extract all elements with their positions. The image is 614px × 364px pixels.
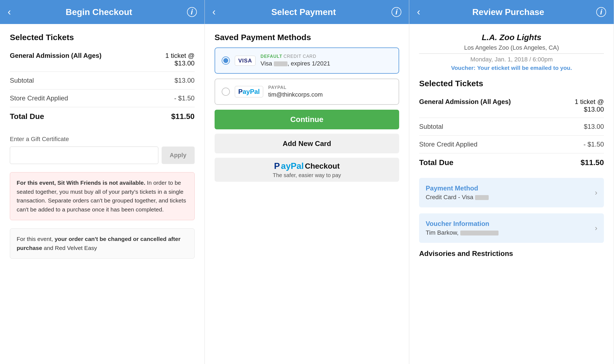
- store-credit-row-3: Store Credit Applied - $1.50: [419, 136, 604, 153]
- ticket-row-1: General Admission (All Ages) 1 ticket @$…: [10, 47, 195, 72]
- total-row-1: Total Due $11.50: [10, 107, 195, 126]
- store-credit-value-3: - $1.50: [583, 141, 604, 148]
- paypal-email: tim@thinkcorps.com: [268, 91, 392, 98]
- ticket-row-3: General Admission (All Ages) 1 ticket @$…: [419, 94, 604, 118]
- gift-input[interactable]: [10, 147, 158, 164]
- paypal-label: PAYPAL: [268, 85, 392, 90]
- warning-text-2a: For this event,: [17, 236, 55, 242]
- payment-method-content: Payment Method Credit Card - Visa: [426, 184, 489, 201]
- panel-select-payment: ‹ Select Payment i Saved Payment Methods…: [205, 0, 410, 364]
- voucher-info-block[interactable]: Voucher Information Tim Barkow, ›: [419, 213, 604, 243]
- gift-row: Apply: [10, 147, 195, 164]
- visa-detail: Visa , expires 1/2021: [260, 60, 392, 67]
- warning-box-swf: For this event, Sit With Friends is not …: [10, 172, 195, 220]
- voucher-text: Your eticket will be emailed to you.: [477, 65, 572, 71]
- panel-review-purchase: ‹ Review Purchase i L.A. Zoo Lights Los …: [409, 0, 614, 364]
- total-value-3: $11.50: [580, 158, 604, 167]
- event-venue: Los Angeles Zoo (Los Angeles, CA): [419, 44, 604, 51]
- payment-method-value: Credit Card - Visa: [426, 194, 489, 201]
- visa-logo: VISA: [235, 56, 256, 66]
- continue-button[interactable]: Continue: [215, 110, 399, 129]
- payment-method-chevron-icon: ›: [595, 188, 597, 197]
- subtotal-value-1: $13.00: [174, 77, 194, 84]
- info-button-2[interactable]: i: [391, 7, 401, 17]
- ticket-price-3: 1 ticket @$13.00: [575, 98, 604, 113]
- section-title-3: Selected Tickets: [419, 79, 604, 88]
- warning-bold-1: For this event, Sit With Friends is not …: [17, 180, 145, 186]
- panel1-body: Selected Tickets General Admission (All …: [0, 24, 204, 364]
- header-title-2: Select Payment: [216, 7, 392, 17]
- store-credit-row-1: Store Credit Applied - $1.50: [10, 89, 195, 107]
- back-button-3[interactable]: ‹: [417, 7, 420, 17]
- voucher-info-content: Voucher Information Tim Barkow,: [426, 220, 498, 236]
- paypal-btn-logo: P ayPal Checkout: [274, 161, 340, 171]
- header-select-payment: ‹ Select Payment i: [205, 0, 409, 24]
- warning-text-2b: and Red Velvet Easy: [42, 245, 97, 251]
- total-row-3: Total Due $11.50: [419, 153, 604, 172]
- event-title: L.A. Zoo Lights: [419, 33, 604, 42]
- store-credit-label-1: Store Credit Applied: [10, 94, 68, 102]
- gift-section: Enter a Gift Certificate Apply: [10, 136, 195, 164]
- paypal-tagline: The safer, easier way to pay: [273, 172, 341, 178]
- panel2-body: Saved Payment Methods VISA DEFAULT CREDI…: [205, 24, 409, 364]
- visa-info: DEFAULT CREDIT CARD Visa , expires 1/202…: [260, 54, 392, 67]
- header-review: ‹ Review Purchase i: [409, 0, 614, 24]
- subtotal-value-3: $13.00: [584, 123, 604, 130]
- header-title-3: Review Purchase: [420, 7, 596, 17]
- panel-begin-checkout: ‹ Begin Checkout i Selected Tickets Gene…: [0, 0, 205, 364]
- store-credit-value-1: - $1.50: [174, 94, 195, 102]
- visa-default-label: DEFAULT CREDIT CARD: [260, 54, 392, 59]
- back-button-1[interactable]: ‹: [8, 7, 11, 17]
- store-credit-label-3: Store Credit Applied: [419, 141, 477, 148]
- subtotal-row-3: Subtotal $13.00: [419, 118, 604, 136]
- info-button-1[interactable]: i: [187, 7, 197, 17]
- header-title-1: Begin Checkout: [11, 7, 187, 17]
- back-button-2[interactable]: ‹: [212, 7, 216, 17]
- paypal-p-icon: P: [274, 161, 280, 171]
- apply-button[interactable]: Apply: [162, 147, 195, 164]
- subtotal-label-1: Subtotal: [10, 77, 34, 84]
- header-begin-checkout: ‹ Begin Checkout i: [0, 0, 204, 24]
- paypal-info: PAYPAL tim@thinkcorps.com: [268, 85, 392, 98]
- subtotal-row-1: Subtotal $13.00: [10, 72, 195, 89]
- ticket-price-1: 1 ticket @$13.00: [165, 52, 195, 67]
- add-card-button[interactable]: Add New Card: [215, 134, 399, 153]
- ticket-label-3: General Admission (All Ages): [419, 98, 511, 106]
- voucher-info-value: Tim Barkow,: [426, 229, 498, 236]
- paypal-logo: P ayPal: [235, 86, 263, 97]
- advisories-title: Advisories and Restrictions: [419, 249, 604, 258]
- payment-method-block[interactable]: Payment Method Credit Card - Visa ›: [419, 178, 604, 207]
- paypal-checkout-label: Checkout: [305, 162, 340, 171]
- warning-box-cancel: For this event, your order can't be chan…: [10, 228, 195, 259]
- event-voucher: Voucher: Your eticket will be emailed to…: [419, 65, 604, 71]
- voucher-info-chevron-icon: ›: [595, 224, 597, 232]
- total-label-1: Total Due: [10, 112, 44, 121]
- payment-method-label: Payment Method: [426, 184, 489, 192]
- gift-label: Enter a Gift Certificate: [10, 136, 195, 143]
- radio-paypal[interactable]: [222, 88, 230, 96]
- total-label-3: Total Due: [419, 158, 453, 167]
- subtotal-label-3: Subtotal: [419, 123, 443, 130]
- paypal-checkout-button[interactable]: P ayPal Checkout The safer, easier way t…: [215, 158, 399, 182]
- voucher-info-label: Voucher Information: [426, 220, 498, 228]
- total-value-1: $11.50: [171, 112, 195, 121]
- radio-visa[interactable]: [222, 56, 230, 65]
- ticket-label-1: General Admission (All Ages): [10, 52, 102, 59]
- payment-card-paypal[interactable]: P ayPal PAYPAL tim@thinkcorps.com: [215, 79, 399, 105]
- event-date: Monday, Jan. 1, 2018 / 6:00pm: [419, 56, 604, 63]
- section-title-2: Saved Payment Methods: [215, 33, 399, 42]
- voucher-label: Voucher:: [451, 65, 475, 71]
- panel3-body: L.A. Zoo Lights Los Angeles Zoo (Los Ang…: [409, 24, 614, 364]
- info-button-3[interactable]: i: [596, 7, 606, 17]
- payment-card-visa[interactable]: VISA DEFAULT CREDIT CARD Visa , expires …: [215, 47, 399, 74]
- event-divider: [419, 53, 604, 54]
- paypal-pay-icon: ayPal: [281, 161, 304, 171]
- section-title-1: Selected Tickets: [10, 33, 195, 42]
